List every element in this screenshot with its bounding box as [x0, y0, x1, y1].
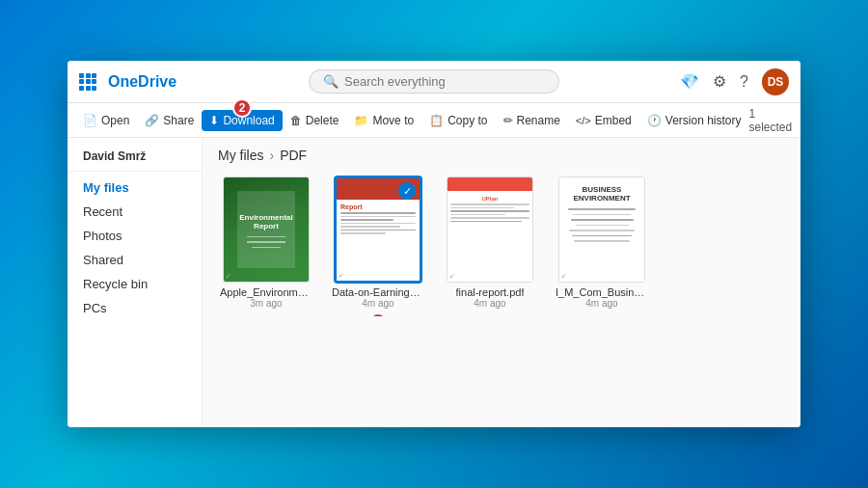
- sidebar-item-shared[interactable]: Shared: [68, 248, 202, 272]
- list-item[interactable]: UPlan ↙ final-report.pdf 4m: [442, 176, 538, 309]
- move-to-button[interactable]: 📁 Move to: [346, 110, 421, 131]
- search-bar[interactable]: 🔍: [309, 69, 559, 94]
- onedrive-window: OneDrive 🔍 💎 ⚙ ? DS 📄 Open 🔗 Share ⬇ Dow…: [68, 61, 800, 427]
- download-button[interactable]: ⬇ Download 2: [202, 110, 282, 131]
- settings-icon[interactable]: ⚙: [713, 72, 726, 91]
- sidebar-item-pcs[interactable]: PCs: [68, 296, 202, 320]
- sidebar-item-recycle-bin[interactable]: Recycle bin: [68, 272, 202, 296]
- topbar: OneDrive 🔍 💎 ⚙ ? DS: [68, 61, 800, 103]
- file-time: 4m ago: [362, 298, 393, 309]
- download-icon: ⬇: [209, 114, 219, 127]
- breadcrumb-pdf[interactable]: PDF: [280, 148, 307, 163]
- file-time: 3m ago: [250, 298, 282, 309]
- selected-check: ✓: [398, 182, 416, 200]
- sidebar-item-my-files[interactable]: My files: [68, 176, 202, 200]
- file-name: Apple_Environmental_R...: [220, 286, 312, 298]
- file-name: final-report.pdf: [456, 286, 525, 298]
- breadcrumb-sep: ›: [269, 148, 274, 163]
- avatar[interactable]: DS: [762, 68, 789, 95]
- file-thumbnail: Environmental Report ↙: [223, 176, 310, 283]
- list-item[interactable]: BUSINESS ENVIRONMENT ↙ I_M_Com_Business_…: [554, 176, 650, 309]
- share-icon: 🔗: [145, 114, 159, 127]
- toolbar-right: 1 selected ✕ i: [749, 107, 801, 134]
- sidebar-item-photos[interactable]: Photos: [68, 224, 202, 248]
- move-icon: 📁: [354, 114, 368, 127]
- annotation-1: 1: [368, 312, 388, 316]
- copy-to-button[interactable]: 📋 Copy to: [421, 110, 495, 131]
- breadcrumb-my-files[interactable]: My files: [218, 148, 263, 163]
- topbar-icons: 💎 ⚙ ? DS: [680, 68, 789, 95]
- rename-icon: ✏: [503, 114, 513, 127]
- sidebar: David Smrž My files Recent Photos Shared…: [68, 138, 203, 427]
- sidebar-item-recent[interactable]: Recent: [68, 200, 202, 224]
- search-input[interactable]: [344, 74, 537, 89]
- files-grid: Environmental Report ↙ Apple_Environment…: [203, 169, 800, 316]
- app-logo: [79, 73, 96, 91]
- brand-name: OneDrive: [108, 73, 176, 91]
- file-time: 4m ago: [585, 298, 617, 309]
- rename-button[interactable]: ✏ Rename: [496, 110, 568, 131]
- embed-button[interactable]: </> Embed: [568, 110, 639, 131]
- file-thumbnail: Report ✓ ↙: [335, 176, 421, 283]
- delete-button[interactable]: 🗑 Delete: [283, 110, 347, 131]
- file-name: I_M_Com_Business_Envi...: [556, 286, 648, 298]
- diamond-icon[interactable]: 💎: [680, 72, 699, 91]
- delete-icon: 🗑: [290, 114, 302, 127]
- annotation-2: 2: [232, 98, 252, 118]
- sidebar-user: David Smrž: [68, 146, 202, 172]
- file-time: 4m ago: [474, 298, 505, 309]
- file-thumbnail: UPlan ↙: [447, 176, 533, 283]
- file-thumbnail: BUSINESS ENVIRONMENT ↙: [558, 176, 645, 283]
- list-item[interactable]: Environmental Report ↙ Apple_Environment…: [218, 176, 314, 309]
- open-icon: 📄: [83, 114, 97, 127]
- list-item[interactable]: Report ✓ ↙: [330, 176, 426, 309]
- body: David Smrž My files Recent Photos Shared…: [68, 138, 800, 427]
- selected-count: 1 selected: [749, 107, 795, 134]
- toolbar: 📄 Open 🔗 Share ⬇ Download 2 🗑 Delete 📁 M…: [68, 103, 800, 138]
- search-icon: 🔍: [323, 74, 339, 89]
- copy-icon: 📋: [429, 114, 444, 127]
- main-content: My files › PDF Environmental Report: [203, 138, 800, 427]
- open-button[interactable]: 📄 Open: [75, 110, 137, 131]
- help-icon[interactable]: ?: [740, 73, 748, 91]
- share-button[interactable]: 🔗 Share: [137, 110, 202, 131]
- version-history-button[interactable]: 🕐 Version history: [639, 110, 749, 131]
- embed-icon: </>: [576, 115, 591, 126]
- version-icon: 🕐: [647, 114, 662, 127]
- file-name: Data-on-Earnings-Repo...: [332, 286, 424, 298]
- breadcrumb: My files › PDF: [203, 138, 800, 169]
